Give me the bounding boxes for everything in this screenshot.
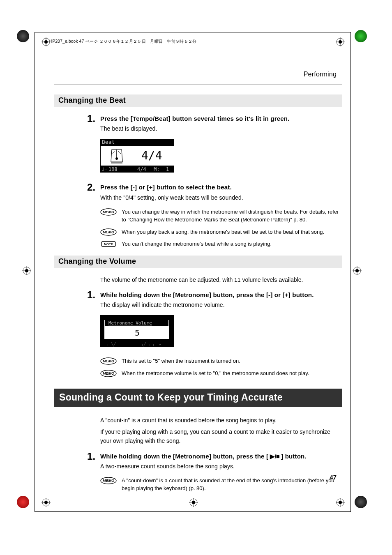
step-number: 2. (87, 181, 95, 194)
intro-text: A "count-in" is a count that is sounded … (100, 416, 342, 425)
color-circle-icon (355, 30, 367, 42)
step-heading: Press the [-] or [+] button to select th… (100, 184, 232, 191)
crop-line (35, 32, 35, 512)
svg-rect-49 (100, 315, 174, 319)
note-row: NOTE You can't change the metronome's be… (100, 240, 342, 248)
svg-text:MEMO: MEMO (103, 210, 114, 214)
note-icon: NOTE (100, 240, 117, 248)
memo-row: MEMO You can change the way in which the… (100, 208, 342, 224)
registration-mark-icon (336, 37, 345, 46)
memo-text: When the metronome volume is set to "0,"… (122, 369, 309, 378)
step-body: The beat is displayed. (87, 124, 342, 133)
color-circle-icon (17, 496, 29, 508)
step-heading: While holding down the [Metronome] butto… (100, 453, 307, 460)
registration-mark-icon (189, 498, 198, 507)
heading-changing-beat: Changing the Beat (54, 94, 342, 107)
registration-mark-icon (22, 266, 31, 275)
memo-text: You can change the way in which the metr… (122, 208, 342, 224)
step-1: 1. While holding down the [Metronome] bu… (87, 291, 342, 309)
svg-text:┌╱ ┐ ┌ ┐▸: ┌╱ ┐ ┌ ┐▸ (141, 342, 161, 347)
svg-point-34 (115, 157, 118, 160)
svg-text:5: 5 (135, 328, 140, 338)
intro-text: The volume of the metronome can be adjus… (100, 276, 342, 285)
svg-text:MEMO: MEMO (103, 230, 114, 234)
step-1: 1. While holding down the [Metronome] bu… (87, 452, 342, 471)
step-2: 2. Press the [-] or [+] button to select… (87, 183, 342, 202)
note-text: You can't change the metronome's beat wh… (122, 240, 272, 248)
step-body: A two-measure count sounds before the so… (87, 462, 342, 471)
page-content: Changing the Beat 1. Press the [Tempo/Be… (54, 94, 342, 497)
svg-text:4/4: 4/4 (141, 149, 162, 162)
memo-icon: MEMO (100, 477, 117, 484)
memo-row: MEMO This is set to "5" when the instrum… (100, 357, 342, 365)
memo-row: MEMO When you play back a song, the metr… (100, 228, 342, 236)
svg-text:Metronome Volume: Metronome Volume (108, 320, 152, 326)
svg-text:4/4: 4/4 (137, 166, 146, 172)
crop-line (35, 511, 351, 512)
step-1: 1. Press the [Tempo/Beat] button several… (87, 115, 342, 133)
book-info: HP207_e.book 47 ページ ２００６年１２月２５日 月曜日 午前９時… (49, 39, 197, 44)
crop-line (35, 32, 351, 32)
section-title: Performing (304, 71, 337, 78)
memo-row: MEMO When the metronome volume is set to… (100, 369, 342, 378)
lcd-volume-display: Metronome Volume 5 ┌ ╲╱ ┐ ┌╱ ┐ ┌ ┐▸ (100, 315, 342, 350)
color-circle-icon (17, 30, 29, 42)
svg-text:1: 1 (166, 166, 169, 172)
svg-text:MEMO: MEMO (103, 371, 114, 375)
heading-sounding-count: Sounding a Count to Keep your Timing Acc… (54, 389, 342, 407)
registration-mark-icon (336, 498, 345, 507)
lcd-beat-display: Beat 4/4 ♩= 108 4/4 M: 1 (100, 139, 342, 176)
crop-line (350, 32, 351, 512)
registration-mark-icon (353, 266, 362, 275)
step-number: 1. (87, 288, 95, 302)
memo-icon: MEMO (100, 208, 117, 216)
heading-changing-volume: Changing the Volume (54, 256, 342, 268)
step-body: The display will indicate the metronome … (87, 301, 342, 309)
svg-text:108: 108 (108, 166, 118, 172)
memo-icon: MEMO (100, 228, 117, 236)
step-number: 1. (87, 450, 95, 463)
memo-text: A "count-down" is a count that is sounde… (122, 477, 342, 493)
svg-text:NOTE: NOTE (104, 242, 113, 246)
memo-text: When you play back a song, the metronome… (122, 228, 324, 236)
svg-text:MEMO: MEMO (103, 359, 114, 363)
svg-rect-35 (111, 162, 122, 164)
step-heading: While holding down the [Metronome] butto… (100, 291, 314, 298)
memo-icon: MEMO (100, 370, 117, 377)
svg-text:Beat: Beat (102, 139, 115, 145)
title-rule (54, 85, 342, 85)
step-number: 1. (87, 112, 95, 125)
memo-row: MEMO A "count-down" is a count that is s… (100, 477, 342, 493)
svg-text:M:: M: (154, 166, 159, 172)
svg-text:MEMO: MEMO (103, 479, 114, 483)
intro-text: If you're playing along with a song, you… (100, 428, 342, 445)
page-number: 47 (330, 474, 337, 481)
step-heading: Press the [Tempo/Beat] button several ti… (100, 115, 290, 122)
step-body: With the "0/4" setting, only weak beats … (87, 193, 342, 202)
memo-icon: MEMO (100, 357, 117, 365)
color-circle-icon (355, 496, 367, 508)
svg-text:┌ ╲╱ ┐: ┌ ╲╱ ┐ (107, 342, 120, 347)
registration-mark-icon (42, 498, 51, 507)
memo-text: This is set to "5" when the instrument i… (122, 357, 240, 365)
play-stop-icon: ▶/■ (270, 453, 279, 460)
svg-text:♩=: ♩= (101, 166, 107, 172)
